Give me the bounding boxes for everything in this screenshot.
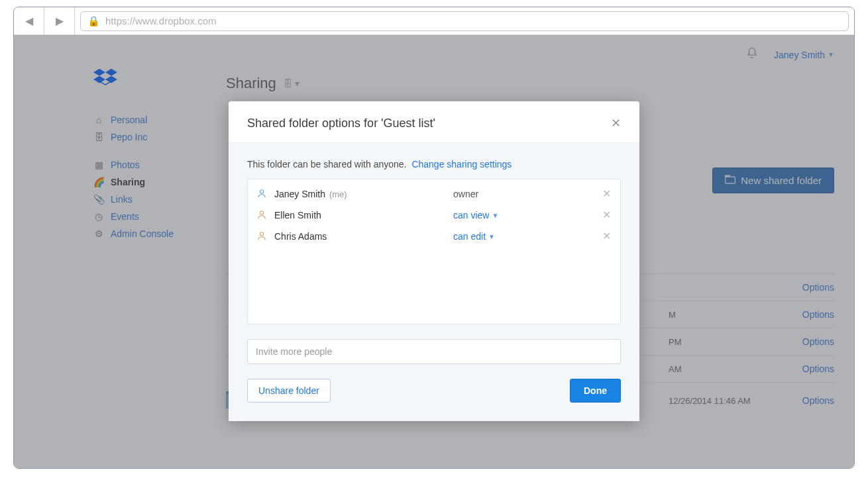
chevron-down-icon: ▼ — [488, 233, 495, 240]
svg-point-10 — [260, 211, 263, 215]
modal-header: Shared folder options for 'Guest list' ✕ — [229, 101, 639, 143]
member-role: owner — [453, 189, 602, 199]
member-role-dropdown[interactable]: can edit▼ — [453, 231, 602, 242]
forward-button[interactable]: ▶ — [44, 7, 75, 34]
member-row: Chris Adams can edit▼ ✕ — [248, 226, 620, 247]
member-name: Chris Adams — [274, 231, 453, 242]
member-row: Ellen Smith can view▼ ✕ — [248, 205, 620, 226]
unshare-button[interactable]: Unshare folder — [247, 379, 331, 403]
person-icon — [257, 189, 268, 199]
person-icon — [257, 231, 268, 242]
close-icon[interactable]: ✕ — [611, 116, 621, 130]
invite-field-wrap — [247, 339, 621, 364]
remove-member-icon[interactable]: ✕ — [602, 189, 611, 199]
done-button[interactable]: Done — [570, 379, 621, 403]
url-field[interactable]: 🔒 https://www.dropbox.com — [80, 11, 849, 31]
share-description: This folder can be shared with anyone. C… — [247, 159, 621, 170]
member-name: Janey Smith (me) — [274, 189, 453, 199]
members-list: Janey Smith (me) owner ✕ Ellen Smith can… — [247, 179, 621, 324]
remove-member-icon[interactable]: ✕ — [602, 210, 611, 220]
modal-footer: Unshare folder Done — [247, 379, 621, 403]
lock-icon: 🔒 — [87, 15, 100, 27]
url-bar: ◀ ▶ 🔒 https://www.dropbox.com — [14, 7, 854, 35]
back-button[interactable]: ◀ — [14, 7, 44, 34]
modal-title: Shared folder options for 'Guest list' — [247, 117, 435, 130]
remove-member-icon[interactable]: ✕ — [602, 231, 611, 242]
member-name: Ellen Smith — [274, 210, 453, 220]
member-row-owner: Janey Smith (me) owner ✕ — [248, 183, 620, 205]
invite-input[interactable] — [247, 339, 621, 364]
browser-chrome: ◀ ▶ 🔒 https://www.dropbox.com Janey Smit… — [13, 7, 855, 469]
share-desc-text: This folder can be shared with anyone. — [247, 159, 406, 170]
member-role-dropdown[interactable]: can view▼ — [453, 210, 602, 220]
viewport: Janey Smith ▼ ⌂ Personal 🗄 Pepo Inc — [14, 35, 854, 468]
svg-point-11 — [260, 232, 263, 236]
url-text: https://www.dropbox.com — [105, 15, 217, 26]
person-icon — [257, 210, 268, 220]
modal-body: This folder can be shared with anyone. C… — [229, 143, 639, 421]
chevron-down-icon: ▼ — [492, 212, 498, 219]
shared-folder-modal: Shared folder options for 'Guest list' ✕… — [229, 101, 639, 421]
change-sharing-link[interactable]: Change sharing settings — [411, 159, 512, 170]
svg-point-9 — [260, 190, 263, 193]
